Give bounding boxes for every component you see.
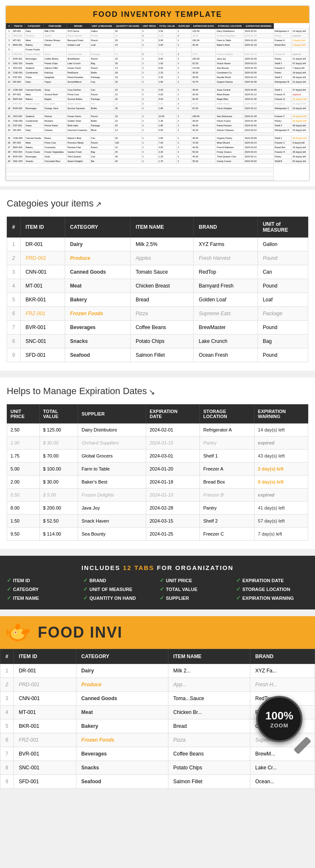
cell-qty: 12 [114,128,142,133]
cat-id: DR-001 [20,238,65,251]
cell-dollar2: $ [177,80,192,84]
includes-item-label: UNIT OF MEASURE [89,587,132,592]
cell-storage: Freezer C [274,141,291,145]
list-item: 1 DR-001 Dairy Milk 2... XYZ Fa... [0,664,315,678]
exp-warning: expired [255,489,308,502]
exp-unit-price: 1.75 [7,450,40,463]
cell-qty: 25 [114,57,142,61]
cell-unit-price [158,47,177,52]
cat-category: Produce [65,251,130,265]
exp-col-supplier: SUPPLIER [78,405,146,424]
list-item: 1 DR-001 Dairy Milk 2.5% XYZ Farms Gallo… [7,238,308,251]
cat-brand: Golden Loaf [194,293,257,307]
cell-id: BVR-001 [12,57,25,61]
exp-warning: 2 day(s) left [255,463,308,476]
cat-unit: Pound [257,321,308,335]
cell-unit-price: 0.50 [158,52,177,57]
cat-id: SNC-001 [20,335,65,348]
cell-warning: 41 day(s) left [291,57,309,61]
table-row: 26 MT-003 Meat Prime Cuts Premium Meats … [6,141,309,145]
cell-name: Shrimp [44,114,67,119]
cell-num: 5 [6,47,12,52]
table-row: 6 FRZ-001 Frozen Foods Pizza Supreme Eat… [6,52,309,57]
cell-unit-price: 7.00 [158,141,177,145]
exp-total: $ 30.00 [39,476,78,489]
cell-name: Beans [44,136,67,141]
cell-unit-price: 2.20 [158,75,177,80]
cell-qty [114,47,142,52]
cat-unit: Loaf [257,293,308,307]
table-row: 5 Frozen Foods [6,47,309,52]
cell-exp-date: 2024-02-03 [244,145,273,150]
cell-total: 30.00 [192,34,216,38]
cell-total: 28.50 [192,119,216,123]
cell-unit: Can [90,154,114,159]
check-icon: ✓ [236,595,241,601]
cat-brand: Ocean Fresh [194,348,257,362]
cell-dollar2: $ [177,154,192,159]
cell-supplier: Soup Central [216,88,244,92]
spreadsheet-title-food: FOOD INVENTORY TEMPLATE [93,10,222,18]
cell-num: 6 [6,52,12,57]
cell-cat: Condiments [24,119,43,123]
exp-supplier: Baker's Best [78,476,146,489]
cell-name: Soda [44,154,67,159]
includes-item-label: EXPIRATION DATE [242,578,284,583]
includes-item-label: QUANTITY ON HAND [89,596,136,601]
cell-num: 10 [6,71,12,75]
cell-cat: Condiments [24,71,43,75]
cell-warning: 10 day(s) left [291,114,309,119]
cell-qty: 10 [114,52,142,57]
exp-warning: 7 day(s) left [255,528,308,541]
bot-cat: Frozen Foods [76,733,168,747]
cell-dollar2: $ [177,71,192,75]
cell-warning: 12 day(s) left [291,97,309,102]
table-row-empty [6,164,309,168]
bot-num: 7 [0,747,14,761]
cell-supplier: Meat Master [216,92,244,97]
exp-supplier: Snack Haven [78,515,146,528]
cell-warning [291,47,309,52]
cell-id: MT-001 [12,38,25,43]
list-item: 2.50 $ 125.00 Dairy Distributors 2024-02… [7,424,308,437]
section-title-row: Categoies your items ↗ [7,198,308,211]
cell-unit: Bar [90,159,114,164]
bottom-table-container: # ITEM ID CATEGORY ITEM NAME BRAND 1 DR-… [0,649,315,789]
cell-dollar2: $ [177,88,192,92]
cell-dollar2: $ [177,128,192,133]
cell-warning: 28 day(s) left [291,150,309,154]
exp-col-location: STORAGELOCATION [200,405,255,424]
cell-dollar2: $ [177,136,192,141]
bot-cat: Beverages [76,747,168,761]
bot-cat: Snacks [76,761,168,775]
cell-supplier: Pasta Passion [216,123,244,128]
bot-brand: Fresh H... [250,678,315,692]
includes-item: ✓BRAND [83,577,155,583]
cell-supplier: French Bakeries [216,145,244,150]
cell-unit: Bottle [90,119,114,123]
bot-col-name: ITEM NAME [168,649,250,664]
cell-exp-date: 2024-01-30 [244,97,273,102]
cell-total: 49.50 [192,88,216,92]
cell-qty: 40 [114,29,142,34]
check-icon: ✓ [7,577,11,583]
cell-brand: Garden Fresh [66,150,90,154]
cell-exp-date: 2024-01-18 [244,43,273,47]
bot-cat: Meat [76,706,168,719]
cell-unit: Pound [90,38,114,43]
cell-storage: Refrigerator D [274,128,291,133]
cat-name: Chicken Breast [130,279,193,293]
exp-location: Refrigerator A [200,424,255,437]
cell-num: 3 [6,38,12,43]
cell-unit-price: 4.00 [158,145,177,150]
exp-title-row: Helps to Manage Expiration Dates ↘ [7,386,308,398]
cell-dollar2: $ [177,159,192,164]
cell-unit-price: 1.80 [158,80,177,84]
bot-id: PRD-001 [13,678,76,692]
cell-cat: Beverages [24,106,43,111]
bot-brand: BrewM... [250,747,315,761]
table-row: 9 SFD-001 Seafood Salmon Fillet Ocean Fr… [6,66,309,71]
cell-dollar1: $ [141,119,158,123]
cell-warning: 25 day(s) left [291,106,309,111]
cell-dollar2: $ [177,92,192,97]
